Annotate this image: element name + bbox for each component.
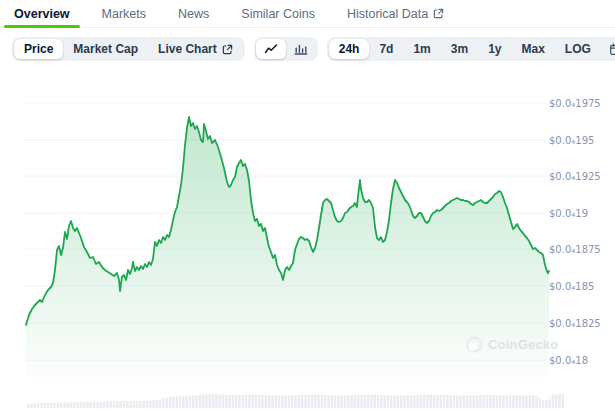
- y-axis-label: $0.0₄1825: [549, 318, 601, 329]
- y-axis-label: $0.0₄195: [549, 135, 594, 146]
- y-axis-label: $0.0₄18: [549, 355, 588, 366]
- y-axis-label: $0.0₄185: [549, 281, 594, 292]
- y-axis-label: $0.0₄1925: [549, 171, 601, 182]
- y-axis-label: $0.0₄1875: [549, 244, 601, 255]
- coin-chart-page: Overview Markets News Similar Coins Hist…: [0, 0, 615, 410]
- range-navigator[interactable]: [0, 386, 615, 410]
- price-area-chart-canvas: [0, 0, 615, 410]
- y-axis-label: $0.0₄19: [549, 208, 588, 219]
- y-axis-label: $0.0₄1975: [549, 98, 601, 109]
